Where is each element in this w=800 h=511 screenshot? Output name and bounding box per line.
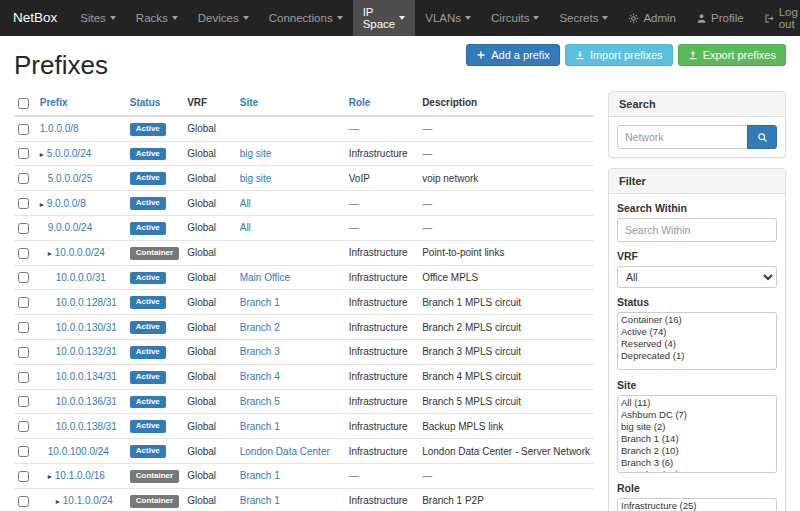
prefix-link[interactable]: 10.0.0.134/31 [56, 371, 117, 382]
row-checkbox[interactable] [18, 446, 29, 457]
sort-link-prefix[interactable]: Prefix [40, 97, 68, 108]
nav-admin[interactable]: Admin [618, 0, 686, 36]
row-checkbox[interactable] [18, 124, 29, 135]
site-link[interactable]: Branch 1 [240, 297, 280, 308]
row-checkbox[interactable] [18, 471, 29, 482]
prefix-link[interactable]: 10.0.0.130/31 [56, 322, 117, 333]
expand-toggle-icon[interactable]: ▸ [48, 249, 52, 258]
nav-log-out[interactable]: Log out [754, 0, 800, 36]
row-checkbox[interactable] [18, 272, 29, 283]
row-checkbox[interactable] [18, 248, 29, 259]
row-checkbox[interactable] [18, 421, 29, 432]
prefix-link[interactable]: 10.0.0.0/31 [56, 272, 106, 283]
site-link[interactable]: big site [240, 148, 272, 159]
export-prefixes-button[interactable]: Export prefixes [678, 44, 786, 66]
add-a-prefix-button[interactable]: Add a prefix [466, 44, 560, 66]
expand-toggle-icon[interactable]: ▸ [40, 200, 44, 209]
prefix-link[interactable]: 9.0.0.0/8 [47, 198, 86, 209]
row-checkbox[interactable] [18, 173, 29, 184]
site-link[interactable]: All [240, 198, 251, 209]
site-link[interactable]: Branch 5 [240, 396, 280, 407]
site-link[interactable]: London Data Center [240, 446, 330, 457]
site-link[interactable]: Branch 1 [240, 495, 280, 506]
nav-item-racks[interactable]: Racks [126, 0, 188, 36]
sort-link-status[interactable]: Status [130, 97, 161, 108]
filter-option[interactable]: All (11) [619, 397, 775, 409]
site-link[interactable]: Branch 3 [240, 346, 280, 357]
filter-option[interactable]: big site (2) [619, 421, 775, 433]
prefix-link[interactable]: 10.0.0.128/31 [56, 297, 117, 308]
row-checkbox[interactable] [18, 372, 29, 383]
sort-link-site[interactable]: Site [240, 97, 258, 108]
row-select-cell [14, 315, 36, 340]
prefix-link[interactable]: 1.0.0.0/8 [40, 123, 79, 134]
prefix-link[interactable]: 9.0.0.0/24 [48, 222, 92, 233]
row-checkbox[interactable] [18, 322, 29, 333]
filter-option[interactable]: Branch 3 (6) [619, 457, 775, 469]
site-cell: Branch 3 [236, 340, 345, 365]
status-filter-select[interactable]: Container (16)Active (74)Reserved (4)Dep… [617, 312, 777, 370]
filter-option[interactable]: Reserved (4) [619, 338, 775, 350]
search-within-input[interactable] [617, 218, 777, 242]
nav-item-connections[interactable]: Connections [259, 0, 353, 36]
filter-option[interactable]: Active (74) [619, 326, 775, 338]
site-link[interactable]: big site [240, 173, 272, 184]
prefix-link[interactable]: 5.0.0.0/24 [47, 148, 91, 159]
site-link[interactable]: Branch 1 [240, 421, 280, 432]
filter-option[interactable]: Container (16) [619, 314, 775, 326]
row-checkbox[interactable] [18, 297, 29, 308]
brand-link[interactable]: NetBox [0, 0, 70, 36]
site-filter-select[interactable]: All (11)Ashburn DC (7)big site (2)Branch… [617, 395, 777, 473]
prefix-link[interactable]: 10.0.0.0/24 [55, 247, 105, 258]
nav-item-secrets[interactable]: Secrets [549, 0, 618, 36]
filter-option[interactable]: Infrastructure (25) [619, 500, 775, 511]
nav-item-sites[interactable]: Sites [70, 0, 126, 36]
nav-item-circuits[interactable]: Circuits [481, 0, 549, 36]
prefix-cell: 10.0.0.134/31 [36, 364, 126, 389]
row-checkbox[interactable] [18, 223, 29, 234]
import-prefixes-button[interactable]: Import prefixes [565, 44, 673, 66]
prefix-link[interactable]: 10.1.0.0/24 [63, 495, 113, 506]
site-link[interactable]: All [240, 222, 251, 233]
prefix-link[interactable]: 5.0.0.0/25 [48, 173, 92, 184]
prefix-link[interactable]: 10.0.0.136/31 [56, 396, 117, 407]
site-cell: Branch 1 [236, 488, 345, 511]
filter-option[interactable]: Branch 4 (12) [619, 469, 775, 473]
button-label: Export prefixes [703, 49, 776, 61]
filter-option[interactable]: Branch 2 (10) [619, 445, 775, 457]
prefix-link[interactable]: 10.0.0.138/31 [56, 421, 117, 432]
site-link[interactable]: Main Office [240, 272, 290, 283]
select-all-checkbox[interactable] [18, 98, 29, 109]
vrf-cell: Global [183, 389, 236, 414]
row-checkbox[interactable] [18, 148, 29, 159]
expand-toggle-icon[interactable]: ▸ [48, 472, 52, 481]
prefix-link[interactable]: 10.1.0.0/16 [55, 470, 105, 481]
expand-toggle-icon[interactable]: ▸ [56, 497, 60, 506]
site-link[interactable]: Branch 4 [240, 371, 280, 382]
row-checkbox[interactable] [18, 198, 29, 209]
nav-item-vlans[interactable]: VLANs [415, 0, 481, 36]
prefix-link[interactable]: 10.0.0.132/31 [56, 346, 117, 357]
prefix-link[interactable]: 10.0.100.0/24 [48, 446, 109, 457]
role-filter-select[interactable]: Infrastructure (25)Management (8)Private… [617, 498, 777, 511]
vrf-select[interactable]: All [617, 266, 777, 288]
filter-option[interactable]: Ashburn DC (7) [619, 409, 775, 421]
column-header-site: Site [236, 91, 345, 116]
row-checkbox[interactable] [18, 396, 29, 407]
search-input[interactable] [617, 125, 748, 149]
status-cell: Active [126, 414, 183, 439]
nav-item-devices[interactable]: Devices [188, 0, 259, 36]
filter-option[interactable]: Branch 1 (14) [619, 433, 775, 445]
expand-toggle-icon[interactable]: ▸ [40, 150, 44, 159]
row-checkbox[interactable] [18, 496, 29, 507]
search-button[interactable] [747, 125, 777, 149]
filter-option[interactable]: Deprecated (1) [619, 350, 775, 362]
site-link[interactable]: Branch 2 [240, 322, 280, 333]
caret-down-icon [172, 16, 178, 20]
nav-profile[interactable]: Profile [686, 0, 754, 36]
column-header-role: Role [345, 91, 418, 116]
row-checkbox[interactable] [18, 347, 29, 358]
nav-item-ip-space[interactable]: IP Space [353, 0, 416, 36]
site-link[interactable]: Branch 1 [240, 470, 280, 481]
sort-link-role[interactable]: Role [349, 97, 371, 108]
